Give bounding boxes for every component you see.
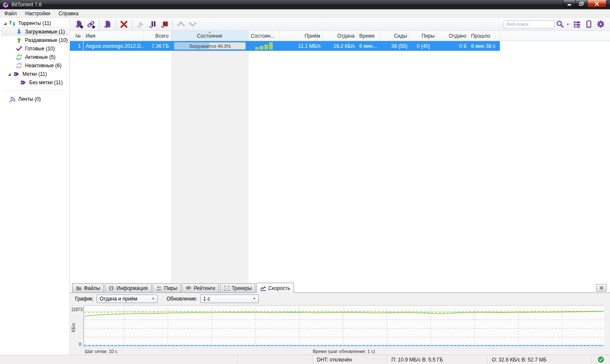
chevron-down-icon: ▼ xyxy=(152,297,155,300)
speed-icon xyxy=(260,285,266,291)
torrent-list[interactable]: 1 Avgust.vosmogo.2012.D... 7.36 ГБ Загру… xyxy=(70,41,610,283)
tab-files[interactable]: Файлы xyxy=(72,283,104,292)
cell-size: 7.36 ГБ xyxy=(144,41,171,51)
minimize-button[interactable] xyxy=(563,0,576,8)
bittorrent-window: BitTorrent 7.6 Файл Настройки Справка xyxy=(0,0,610,364)
torrent-table-header: № Имя Всего ▲ Состояние Состоян... Приём… xyxy=(70,31,610,41)
sidebar-item-label: Без метки (11) xyxy=(29,80,63,85)
detail-view-button[interactable] xyxy=(571,19,583,30)
statusbar-spacer xyxy=(0,355,237,364)
tab-speed[interactable]: Скорость xyxy=(256,283,294,293)
sidebar-item-seeding[interactable]: Раздаваемые (10) xyxy=(1,36,68,44)
menu-help[interactable]: Справка xyxy=(54,9,83,17)
column-header-down-speed[interactable]: Приём xyxy=(280,31,323,41)
cell-name: Avgust.vosmogo.2012.D... xyxy=(83,41,144,51)
menu-file[interactable]: Файл xyxy=(0,9,21,17)
sidebar-item-label: Активные (5) xyxy=(25,54,55,60)
tab-ratings[interactable]: Рейтинги xyxy=(182,283,219,292)
column-header-eta[interactable]: Время xyxy=(357,31,380,41)
expand-triangle-icon[interactable]: ◢ xyxy=(8,72,13,76)
toolbar-separator xyxy=(116,19,116,29)
window-title: BitTorrent 7.6 xyxy=(11,2,42,8)
queue-up-icon xyxy=(176,20,186,28)
start-button[interactable] xyxy=(135,19,147,30)
collapse-panel-button[interactable] xyxy=(596,284,607,292)
column-header-uploaded[interactable]: Отдано xyxy=(437,31,469,41)
sidebar-item-feeds[interactable]: Ленты (0) xyxy=(1,95,68,103)
sidebar-item-active[interactable]: Активные (5) xyxy=(1,53,68,61)
network-ok-icon xyxy=(598,356,604,363)
upload-total-status: О: 32.8 КБ/с В: 52.7 МБ xyxy=(487,355,591,364)
sidebar-item-label: Готовые (10) xyxy=(25,46,55,52)
sidebar-item-no-label[interactable]: Без метки (11) xyxy=(1,78,68,87)
column-header-name[interactable]: Имя xyxy=(83,31,144,41)
queue-up-button[interactable] xyxy=(175,19,187,30)
graph-footer: Шаг сетки: 10 с Время (шаг обновления: 1… xyxy=(83,347,604,354)
queue-down-button[interactable] xyxy=(187,19,199,30)
torrent-row[interactable]: 1 Avgust.vosmogo.2012.D... 7.36 ГБ Загру… xyxy=(70,41,500,51)
sidebar-item-labels[interactable]: ◢ Метки (11) xyxy=(1,70,68,78)
sort-ascending-icon: ▲ xyxy=(208,31,211,33)
double-chevron-down-icon xyxy=(599,285,604,290)
expand-triangle-icon[interactable]: ◢ xyxy=(4,22,9,25)
bittorrent-logo-icon xyxy=(3,2,9,8)
column-header-availability[interactable]: Состоян... xyxy=(249,31,280,41)
progress-label: Загружается 49.3% xyxy=(175,43,245,49)
dht-status: DHT: отключён xyxy=(312,355,387,364)
create-torrent-button[interactable] xyxy=(102,19,114,30)
sidebar-item-label: Раздаваемые (10) xyxy=(25,37,68,43)
detail-panel: Файлы Информация xyxy=(70,283,610,355)
restore-button[interactable] xyxy=(575,0,588,8)
graph-type-select[interactable]: Отдача и приём▼ xyxy=(97,295,158,303)
web-search-button[interactable] xyxy=(555,19,566,30)
sidebar-item-label: Торренты (11) xyxy=(18,20,51,26)
sidebar-item-torrents[interactable]: ◢ Торренты (11) xyxy=(1,19,68,28)
toolbar: ▼ xyxy=(70,18,610,31)
sorted-column-band xyxy=(171,41,249,283)
speed-graph-controls: График: Отдача и приём▼ Обновление: 1 с▼ xyxy=(70,293,610,304)
sidebar-item-completed[interactable]: Готовые (10) xyxy=(1,44,68,53)
pause-button[interactable] xyxy=(147,19,158,30)
peers-icon xyxy=(156,285,162,291)
column-header-size[interactable]: Всего xyxy=(144,31,171,41)
update-rate-select[interactable]: 1 с▼ xyxy=(200,295,259,303)
remove-icon xyxy=(119,20,128,29)
sidebar-item-downloading[interactable]: Загружаемые (1) xyxy=(1,28,68,36)
active-icon xyxy=(16,54,22,61)
sidebar-item-inactive[interactable]: Неактивные (6) xyxy=(1,61,68,70)
cell-down-speed: 11.1 МБ/s xyxy=(280,41,323,51)
search-dropdown-icon[interactable]: ▼ xyxy=(566,23,569,26)
label-icon xyxy=(13,71,20,77)
remote-button[interactable] xyxy=(583,19,595,30)
column-header-seeds[interactable]: Сиды xyxy=(380,31,410,41)
add-torrent-button[interactable] xyxy=(73,19,85,30)
tab-info[interactable]: Информация xyxy=(105,283,151,292)
sidebar-item-label: Ленты (0) xyxy=(18,96,41,102)
column-header-peers[interactable]: Пиры xyxy=(410,31,437,41)
remove-button[interactable] xyxy=(118,19,130,30)
network-status xyxy=(591,355,610,364)
y-axis-title: КБ/с xyxy=(71,323,76,332)
sidebar-item-label: Загружаемые (1) xyxy=(25,29,65,35)
sidebar-separator xyxy=(3,91,67,91)
tab-peers[interactable]: Пиры xyxy=(152,283,181,292)
tab-trackers[interactable]: Трекеры xyxy=(220,283,255,292)
cell-num: 1 xyxy=(70,41,83,51)
column-header-filler xyxy=(500,31,610,41)
detail-view-icon xyxy=(573,20,581,28)
cell-status: Загружается 49.3% xyxy=(171,41,249,51)
close-button[interactable] xyxy=(587,0,607,8)
menu-settings[interactable]: Настройки xyxy=(21,9,55,17)
add-url-button[interactable] xyxy=(85,19,97,30)
stop-button[interactable] xyxy=(158,19,170,30)
toolbar-separator xyxy=(99,19,100,29)
column-header-num[interactable]: № xyxy=(70,31,83,41)
web-search-input[interactable] xyxy=(504,20,555,28)
cell-elapsed: 6 мин 38 с xyxy=(469,41,500,51)
menubar: Файл Настройки Справка xyxy=(0,9,610,18)
sidebar: ◢ Торренты (11) Загружаемые (1) Раздавае… xyxy=(0,18,70,355)
column-header-up-speed[interactable]: Отдача xyxy=(323,31,357,41)
column-header-elapsed[interactable]: Прошло xyxy=(469,31,500,41)
settings-button[interactable] xyxy=(595,19,607,30)
column-header-status[interactable]: ▲ Состояние xyxy=(171,31,249,41)
